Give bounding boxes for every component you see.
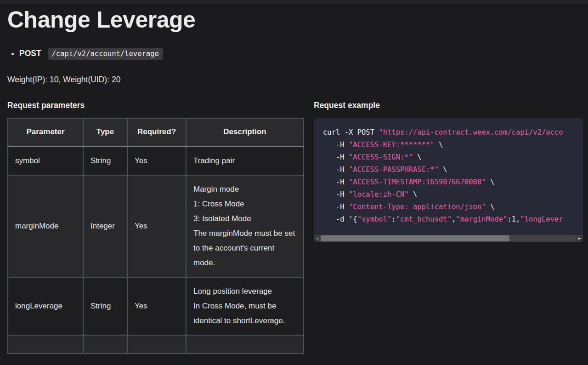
description-line: Margin mode <box>193 182 296 197</box>
description-line: Trading pair <box>193 154 296 168</box>
description-line: 3: Isolated Mode <box>193 211 296 226</box>
code-line: -H "Content-Type: application/json" \ <box>323 201 583 213</box>
page-title: Change Leverage <box>7 6 581 34</box>
code-line: -H "ACCESS-TIMESTAMP:1659076670000" \ <box>323 176 583 188</box>
code-plain-token: -H <box>323 190 349 199</box>
code-plain-token: : <box>391 215 396 223</box>
request-example-code-block: curl -X POST "https://api-contract.weex.… <box>314 118 583 242</box>
description-line: The marginMode must be set to the accoun… <box>193 226 296 270</box>
code-plain-token: \ <box>439 165 447 174</box>
table-row: marginModeIntegerYesMargin mode1: Cross … <box>8 175 304 277</box>
endpoint-path: /capi/v2/account/leverage <box>48 48 163 60</box>
endpoint-item: POST /capi/v2/account/leverage <box>19 47 588 60</box>
code-string-token: "ACCESS-KEY:*******" <box>349 141 435 149</box>
description-line: Long position leverage <box>193 284 296 299</box>
table-row: longLeverageStringYesLong position lever… <box>8 277 304 335</box>
column-header: Description <box>186 118 304 147</box>
code-plain-token: \ <box>413 153 422 161</box>
description-line: 1: Cross Mode <box>193 197 296 211</box>
request-example-section: Request example curl -X POST "https://ap… <box>314 100 583 242</box>
code-string-token: "symbol" <box>357 215 392 223</box>
type-cell: Integer <box>83 175 127 277</box>
code-plain-token: -H <box>323 165 349 174</box>
request-example-heading: Request example <box>314 100 583 110</box>
content-columns: Request parameters ParameterTypeRequired… <box>7 100 588 354</box>
code-line: -H "locale:zh-CN" \ <box>323 188 583 201</box>
description-line: In Cross Mode, must be identical to shor… <box>193 299 296 328</box>
weight-note: Weight(IP): 10, Weight(UID): 20 <box>7 75 581 85</box>
curl-command: curl -X POST "https://api-contract.weex.… <box>314 118 583 235</box>
code-line: -H "ACCESS-PASSPHRASE:*" \ <box>323 164 583 176</box>
code-plain-token: , <box>452 215 456 223</box>
code-plain-token: \ <box>435 141 443 149</box>
code-string-token: "Content-Type: application/json" <box>349 203 486 211</box>
code-string-token: "ACCESS-PASSPHRASE:*" <box>349 165 439 174</box>
column-header: Type <box>83 118 127 147</box>
code-string-token: "ACCESS-TIMESTAMP:1659076670000" <box>349 178 486 186</box>
code-plain-token: \ <box>486 203 495 211</box>
table-row-partial <box>8 335 304 354</box>
code-plain-token: \ <box>486 178 495 186</box>
empty-cell <box>8 335 83 354</box>
code-string-token: "cmt_bchusdt" <box>396 215 452 223</box>
code-plain-token: \ <box>409 190 418 199</box>
type-cell: String <box>83 147 127 176</box>
column-header: Required? <box>127 118 186 147</box>
code-line: curl -X POST "https://api-contract.weex.… <box>323 126 583 139</box>
code-string-token: "longLever <box>520 215 563 223</box>
parameter-cell: marginMode <box>8 175 83 277</box>
http-method: POST <box>19 49 41 58</box>
required-cell: Yes <box>127 277 186 335</box>
table-row: symbolStringYesTrading pair <box>8 147 304 176</box>
code-line: -H "ACCESS-SIGN:*" \ <box>323 151 583 164</box>
empty-cell <box>127 335 186 354</box>
code-line: -H "ACCESS-KEY:*******" \ <box>323 139 583 151</box>
code-plain-token: -H <box>323 203 349 211</box>
horizontal-scrollbar[interactable]: ◄ ► <box>314 235 583 242</box>
description-cell: Margin mode1: Cross Mode3: Isolated Mode… <box>186 175 304 277</box>
code-string-token: "marginMode" <box>456 215 507 223</box>
api-doc-page: Change Leverage POST /capi/v2/account/le… <box>0 0 588 365</box>
required-cell: Yes <box>127 147 186 176</box>
description-cell: Trading pair <box>186 147 304 176</box>
scroll-left-arrow[interactable]: ◄ <box>314 235 321 242</box>
type-cell: String <box>83 277 127 335</box>
required-cell: Yes <box>127 175 186 277</box>
description-cell: Long position leverageIn Cross Mode, mus… <box>186 277 304 335</box>
code-plain-token: -H <box>323 153 349 161</box>
code-string-token: "https://api-contract.weex.com/capi/v2/a… <box>379 128 563 137</box>
code-plain-token: -H <box>323 141 349 149</box>
parameter-cell: symbol <box>8 147 83 176</box>
scrollbar-thumb[interactable] <box>321 235 509 241</box>
code-line: -d '{"symbol":"cmt_bchusdt","marginMode"… <box>323 213 583 226</box>
code-plain-token: -d '{ <box>323 215 357 223</box>
request-parameters-section: Request parameters ParameterTypeRequired… <box>7 100 304 354</box>
code-string-token: "ACCESS-SIGN:*" <box>349 153 413 161</box>
table-header: ParameterTypeRequired?Description <box>8 118 304 147</box>
scrollbar-track[interactable] <box>321 235 576 242</box>
request-parameters-table: ParameterTypeRequired?Description symbol… <box>7 118 304 354</box>
column-header: Parameter <box>8 118 83 147</box>
parameter-cell: longLeverage <box>8 277 83 335</box>
code-plain-token: -H <box>323 178 349 186</box>
code-plain-token: curl -X POST <box>323 128 379 137</box>
request-parameters-heading: Request parameters <box>7 100 304 110</box>
code-plain-token: :1, <box>507 215 520 223</box>
top-strip <box>0 0 588 4</box>
scroll-right-arrow[interactable]: ► <box>576 235 583 242</box>
endpoint-list: POST /capi/v2/account/leverage <box>0 47 588 60</box>
empty-cell <box>83 335 127 354</box>
empty-cell <box>186 335 304 354</box>
code-string-token: "locale:zh-CN" <box>349 190 409 199</box>
